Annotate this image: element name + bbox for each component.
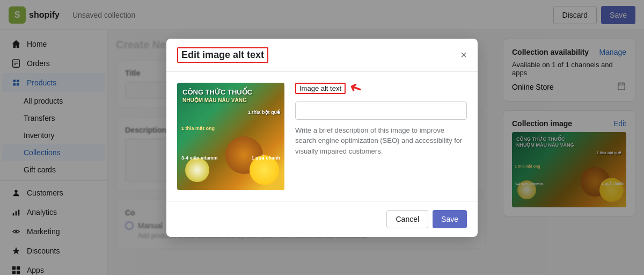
modal-image-text: CÔNG THỨC THUỐC NHUỘM MÀU NÂU VÀNG xyxy=(182,88,252,104)
modal-ingredient-3: 3-4 viên vitamin xyxy=(181,155,218,161)
alt-text-input[interactable] xyxy=(295,102,467,120)
modal-close-button[interactable]: × xyxy=(460,49,467,61)
modal-overlay: Edit image alt text × CÔNG THỨC THUỐC NH… xyxy=(0,0,644,275)
modal-image-visual: CÔNG THỨC THUỐC NHUỘM MÀU NÂU VÀNG 1 thì… xyxy=(177,83,284,190)
modal-header: Edit image alt text × xyxy=(166,39,478,72)
alt-text-label: Image alt text xyxy=(295,83,346,94)
modal-ingredient-2: 1 thìa mật ong xyxy=(181,126,215,131)
modal-body: CÔNG THỨC THUỐC NHUỘM MÀU NÂU VÀNG 1 thì… xyxy=(166,72,478,201)
modal-image: CÔNG THỨC THUỐC NHUỘM MÀU NÂU VÀNG 1 thì… xyxy=(177,83,284,190)
red-arrow-icon: ➜ xyxy=(348,78,364,97)
modal-footer: Cancel Save xyxy=(166,201,478,237)
modal-ingredient-1: 1 thìa bột quế xyxy=(248,110,280,115)
alt-text-label-row: Image alt text ➜ xyxy=(295,83,467,97)
modal-ingredient-4: 1 quả chanh xyxy=(251,155,280,161)
modal-save-button[interactable]: Save xyxy=(433,210,467,228)
modal-cancel-button[interactable]: Cancel xyxy=(386,210,428,228)
modal-title: Edit image alt text xyxy=(177,47,268,63)
edit-alt-text-modal: Edit image alt text × CÔNG THỨC THUỐC NH… xyxy=(166,39,478,237)
modal-vitamin-circle xyxy=(185,158,209,182)
alt-text-help-text: Write a brief description of this image … xyxy=(295,125,467,157)
modal-right-side: Image alt text ➜ Write a brief descripti… xyxy=(295,83,467,190)
